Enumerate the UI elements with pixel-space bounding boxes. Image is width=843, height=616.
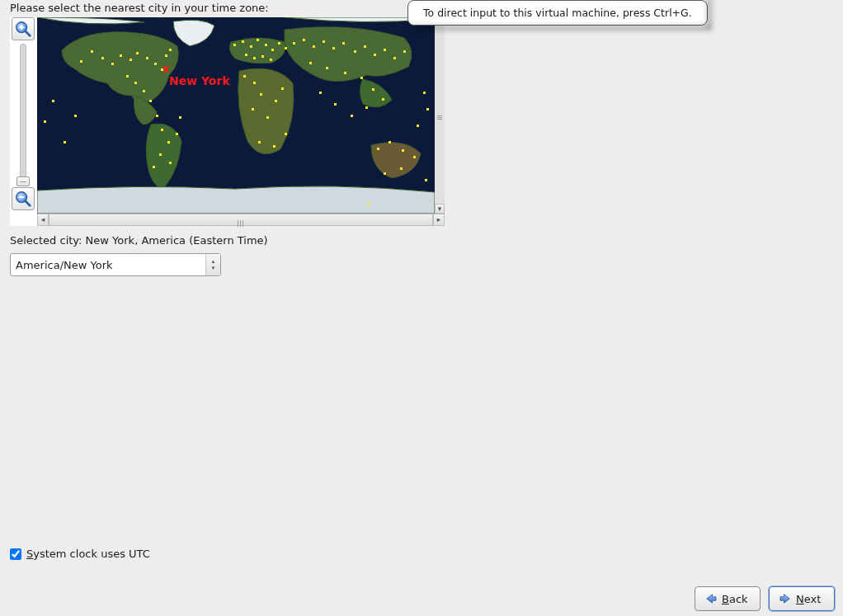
next-button[interactable]: Next	[769, 586, 835, 611]
svg-rect-47	[261, 55, 264, 58]
zoom-in-button[interactable]	[12, 17, 35, 40]
svg-rect-57	[273, 145, 276, 148]
svg-rect-22	[134, 82, 137, 84]
svg-rect-66	[364, 45, 366, 48]
svg-rect-65	[354, 50, 356, 53]
svg-rect-72	[326, 67, 328, 69]
svg-rect-63	[332, 47, 335, 49]
svg-rect-52	[252, 108, 254, 111]
svg-rect-70	[403, 50, 406, 53]
timezone-setup-page: To direct input to this virtual machine,…	[0, 0, 843, 616]
svg-rect-77	[365, 106, 368, 109]
utc-checkbox[interactable]	[10, 548, 21, 560]
scroll-down-button[interactable]: ▾	[435, 204, 445, 214]
scroll-left-button[interactable]: ◂	[37, 214, 49, 226]
svg-text:x: x	[162, 62, 170, 75]
svg-line-1	[26, 31, 31, 36]
svg-rect-10	[91, 50, 93, 53]
svg-rect-20	[169, 49, 172, 51]
svg-rect-24	[149, 100, 152, 102]
svg-rect-13	[120, 54, 122, 57]
svg-rect-85	[400, 167, 403, 170]
svg-rect-59	[293, 42, 295, 45]
svg-rect-28	[159, 153, 162, 156]
svg-rect-51	[260, 93, 262, 96]
svg-rect-83	[402, 149, 404, 152]
svg-rect-74	[360, 77, 363, 79]
svg-rect-45	[245, 54, 247, 56]
svg-rect-86	[384, 172, 386, 175]
svg-rect-42	[271, 49, 274, 51]
map-horizontal-scrollbar[interactable]: ◂ ▸	[37, 214, 445, 226]
timezone-value: America/New York	[11, 254, 205, 275]
svg-rect-44	[285, 47, 287, 49]
svg-rect-80	[319, 92, 322, 94]
arrow-right-icon	[778, 591, 793, 606]
chevron-down-icon: ▾	[212, 266, 215, 271]
svg-rect-84	[413, 156, 416, 158]
selected-city-label: Selected city: New York, America (Easter…	[10, 234, 833, 247]
svg-rect-23	[143, 90, 145, 92]
svg-rect-26	[161, 129, 163, 131]
svg-rect-89	[426, 108, 429, 111]
svg-rect-43	[278, 42, 280, 45]
svg-rect-39	[250, 45, 252, 48]
map-vertical-scrollbar[interactable]: ▾	[435, 17, 445, 214]
chevron-up-icon: ▴	[212, 259, 215, 265]
svg-line-5	[26, 201, 31, 206]
svg-rect-90	[423, 92, 426, 94]
svg-rect-67	[374, 54, 376, 56]
svg-rect-21	[126, 75, 129, 78]
svg-rect-64	[342, 42, 345, 45]
svg-rect-17	[154, 63, 157, 65]
svg-rect-56	[285, 133, 287, 135]
utc-label[interactable]: System clock uses UTC	[26, 548, 150, 560]
svg-rect-54	[275, 100, 277, 102]
svg-rect-78	[351, 115, 353, 117]
zoom-slider-track[interactable]	[20, 44, 26, 184]
svg-rect-88	[417, 125, 419, 127]
svg-rect-29	[153, 166, 155, 168]
svg-rect-91	[367, 203, 370, 205]
arrow-left-icon	[704, 591, 718, 606]
timezone-combobox[interactable]: America/New York ▴ ▾	[10, 253, 221, 276]
svg-rect-48	[270, 59, 272, 61]
zoom-in-icon	[14, 20, 32, 38]
svg-rect-33	[52, 100, 54, 102]
zoom-out-icon	[14, 190, 32, 208]
zoom-slider-thumb[interactable]	[16, 176, 30, 186]
svg-rect-36	[74, 115, 77, 117]
combobox-spinner[interactable]: ▴ ▾	[205, 254, 220, 275]
svg-rect-53	[266, 116, 269, 119]
svg-rect-38	[242, 40, 244, 43]
wizard-nav: Back Next	[695, 586, 835, 611]
zoom-out-button[interactable]	[12, 187, 35, 210]
scroll-thumb[interactable]	[49, 214, 433, 226]
svg-rect-50	[253, 82, 256, 84]
world-map[interactable]: x New York	[37, 17, 435, 214]
scroll-right-button[interactable]: ▸	[433, 214, 445, 226]
utc-checkbox-row: System clock uses UTC	[10, 548, 150, 560]
svg-rect-25	[156, 115, 158, 117]
svg-rect-19	[165, 54, 167, 57]
svg-rect-55	[281, 87, 284, 90]
svg-rect-32	[179, 116, 181, 119]
svg-rect-82	[389, 141, 391, 143]
svg-rect-81	[377, 148, 379, 150]
vm-input-tooltip: To direct input to this virtual machine,…	[407, 0, 708, 26]
svg-rect-31	[176, 133, 178, 135]
svg-rect-27	[167, 141, 170, 143]
svg-rect-34	[44, 120, 46, 123]
svg-rect-49	[243, 75, 246, 78]
svg-rect-40	[257, 39, 259, 41]
svg-rect-79	[334, 103, 337, 106]
svg-rect-12	[111, 63, 114, 65]
svg-rect-75	[372, 88, 374, 91]
svg-rect-14	[130, 59, 132, 61]
svg-rect-16	[146, 57, 148, 59]
svg-rect-46	[253, 57, 256, 59]
svg-rect-69	[393, 57, 396, 59]
svg-rect-30	[169, 162, 172, 164]
svg-rect-76	[382, 98, 384, 101]
back-button[interactable]: Back	[695, 586, 761, 611]
